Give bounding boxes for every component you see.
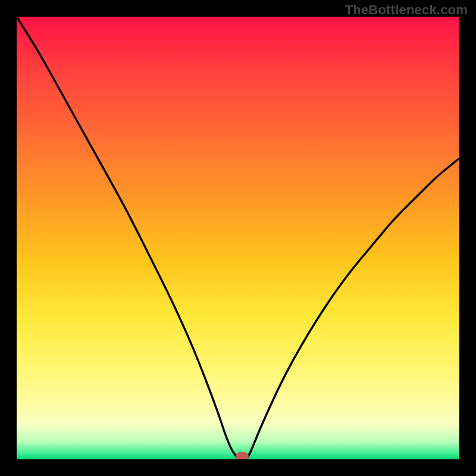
curve-path bbox=[17, 17, 459, 459]
bottleneck-marker bbox=[236, 452, 249, 459]
plot-area bbox=[17, 17, 459, 459]
chart-frame: TheBottleneck.com bbox=[0, 0, 476, 476]
bottleneck-curve bbox=[17, 17, 459, 459]
watermark-label: TheBottleneck.com bbox=[345, 2, 468, 18]
